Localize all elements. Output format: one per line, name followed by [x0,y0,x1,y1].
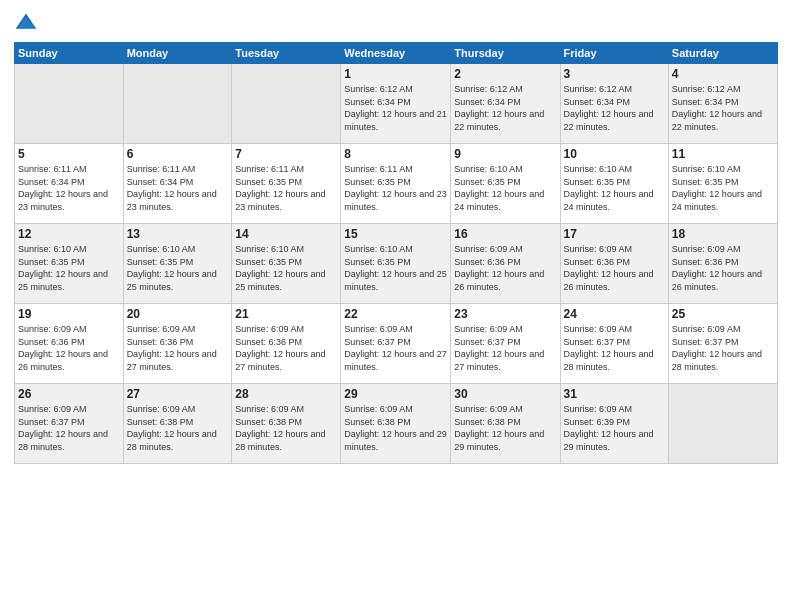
day-info: Sunrise: 6:12 AMSunset: 6:34 PMDaylight:… [672,83,774,133]
day-number: 24 [564,307,665,321]
calendar-cell: 28Sunrise: 6:09 AMSunset: 6:38 PMDayligh… [232,384,341,464]
day-number: 4 [672,67,774,81]
day-info: Sunrise: 6:09 AMSunset: 6:37 PMDaylight:… [18,403,120,453]
calendar-cell: 5Sunrise: 6:11 AMSunset: 6:34 PMDaylight… [15,144,124,224]
day-info: Sunrise: 6:09 AMSunset: 6:38 PMDaylight:… [344,403,447,453]
weekday-header: Monday [123,43,232,64]
logo [14,10,42,34]
weekday-header: Saturday [668,43,777,64]
day-info: Sunrise: 6:09 AMSunset: 6:37 PMDaylight:… [564,323,665,373]
calendar-cell: 21Sunrise: 6:09 AMSunset: 6:36 PMDayligh… [232,304,341,384]
day-number: 22 [344,307,447,321]
calendar-cell: 17Sunrise: 6:09 AMSunset: 6:36 PMDayligh… [560,224,668,304]
day-info: Sunrise: 6:12 AMSunset: 6:34 PMDaylight:… [454,83,556,133]
calendar-week-row: 5Sunrise: 6:11 AMSunset: 6:34 PMDaylight… [15,144,778,224]
day-number: 11 [672,147,774,161]
day-number: 6 [127,147,229,161]
calendar-cell: 1Sunrise: 6:12 AMSunset: 6:34 PMDaylight… [341,64,451,144]
day-info: Sunrise: 6:09 AMSunset: 6:36 PMDaylight:… [672,243,774,293]
calendar-cell: 12Sunrise: 6:10 AMSunset: 6:35 PMDayligh… [15,224,124,304]
day-number: 14 [235,227,337,241]
calendar-cell: 8Sunrise: 6:11 AMSunset: 6:35 PMDaylight… [341,144,451,224]
day-number: 23 [454,307,556,321]
calendar-cell: 20Sunrise: 6:09 AMSunset: 6:36 PMDayligh… [123,304,232,384]
day-number: 3 [564,67,665,81]
weekday-header: Sunday [15,43,124,64]
day-info: Sunrise: 6:10 AMSunset: 6:35 PMDaylight:… [454,163,556,213]
day-number: 7 [235,147,337,161]
calendar-cell: 14Sunrise: 6:10 AMSunset: 6:35 PMDayligh… [232,224,341,304]
day-info: Sunrise: 6:10 AMSunset: 6:35 PMDaylight:… [344,243,447,293]
calendar-cell: 22Sunrise: 6:09 AMSunset: 6:37 PMDayligh… [341,304,451,384]
day-number: 21 [235,307,337,321]
day-info: Sunrise: 6:11 AMSunset: 6:35 PMDaylight:… [235,163,337,213]
calendar-cell: 10Sunrise: 6:10 AMSunset: 6:35 PMDayligh… [560,144,668,224]
calendar-cell: 30Sunrise: 6:09 AMSunset: 6:38 PMDayligh… [451,384,560,464]
day-number: 16 [454,227,556,241]
day-info: Sunrise: 6:09 AMSunset: 6:36 PMDaylight:… [564,243,665,293]
day-info: Sunrise: 6:10 AMSunset: 6:35 PMDaylight:… [235,243,337,293]
day-number: 1 [344,67,447,81]
day-number: 5 [18,147,120,161]
day-info: Sunrise: 6:09 AMSunset: 6:38 PMDaylight:… [127,403,229,453]
day-number: 20 [127,307,229,321]
day-number: 18 [672,227,774,241]
calendar-cell [123,64,232,144]
calendar-cell: 23Sunrise: 6:09 AMSunset: 6:37 PMDayligh… [451,304,560,384]
weekday-header-row: SundayMondayTuesdayWednesdayThursdayFrid… [15,43,778,64]
logo-icon [14,10,38,34]
day-info: Sunrise: 6:10 AMSunset: 6:35 PMDaylight:… [672,163,774,213]
day-number: 27 [127,387,229,401]
day-number: 10 [564,147,665,161]
day-number: 12 [18,227,120,241]
day-number: 29 [344,387,447,401]
calendar-cell: 2Sunrise: 6:12 AMSunset: 6:34 PMDaylight… [451,64,560,144]
calendar-cell: 24Sunrise: 6:09 AMSunset: 6:37 PMDayligh… [560,304,668,384]
day-info: Sunrise: 6:09 AMSunset: 6:36 PMDaylight:… [454,243,556,293]
calendar-table: SundayMondayTuesdayWednesdayThursdayFrid… [14,42,778,464]
calendar-cell: 31Sunrise: 6:09 AMSunset: 6:39 PMDayligh… [560,384,668,464]
calendar-cell: 7Sunrise: 6:11 AMSunset: 6:35 PMDaylight… [232,144,341,224]
calendar-week-row: 1Sunrise: 6:12 AMSunset: 6:34 PMDaylight… [15,64,778,144]
day-number: 9 [454,147,556,161]
day-info: Sunrise: 6:09 AMSunset: 6:37 PMDaylight:… [454,323,556,373]
calendar-week-row: 19Sunrise: 6:09 AMSunset: 6:36 PMDayligh… [15,304,778,384]
day-info: Sunrise: 6:12 AMSunset: 6:34 PMDaylight:… [564,83,665,133]
calendar-cell: 27Sunrise: 6:09 AMSunset: 6:38 PMDayligh… [123,384,232,464]
calendar-cell: 18Sunrise: 6:09 AMSunset: 6:36 PMDayligh… [668,224,777,304]
weekday-header: Thursday [451,43,560,64]
day-number: 13 [127,227,229,241]
calendar-cell [15,64,124,144]
day-info: Sunrise: 6:09 AMSunset: 6:37 PMDaylight:… [344,323,447,373]
calendar-cell: 9Sunrise: 6:10 AMSunset: 6:35 PMDaylight… [451,144,560,224]
day-info: Sunrise: 6:09 AMSunset: 6:37 PMDaylight:… [672,323,774,373]
day-info: Sunrise: 6:10 AMSunset: 6:35 PMDaylight:… [564,163,665,213]
calendar-cell: 29Sunrise: 6:09 AMSunset: 6:38 PMDayligh… [341,384,451,464]
day-number: 17 [564,227,665,241]
day-number: 31 [564,387,665,401]
day-number: 8 [344,147,447,161]
weekday-header: Tuesday [232,43,341,64]
day-number: 28 [235,387,337,401]
day-info: Sunrise: 6:09 AMSunset: 6:36 PMDaylight:… [127,323,229,373]
calendar-cell [668,384,777,464]
day-info: Sunrise: 6:09 AMSunset: 6:36 PMDaylight:… [235,323,337,373]
day-info: Sunrise: 6:10 AMSunset: 6:35 PMDaylight:… [127,243,229,293]
day-number: 25 [672,307,774,321]
day-info: Sunrise: 6:09 AMSunset: 6:39 PMDaylight:… [564,403,665,453]
calendar-week-row: 12Sunrise: 6:10 AMSunset: 6:35 PMDayligh… [15,224,778,304]
day-info: Sunrise: 6:11 AMSunset: 6:34 PMDaylight:… [127,163,229,213]
calendar-page: SundayMondayTuesdayWednesdayThursdayFrid… [0,0,792,612]
day-number: 26 [18,387,120,401]
calendar-cell [232,64,341,144]
weekday-header: Wednesday [341,43,451,64]
calendar-cell: 26Sunrise: 6:09 AMSunset: 6:37 PMDayligh… [15,384,124,464]
day-number: 2 [454,67,556,81]
day-number: 15 [344,227,447,241]
calendar-cell: 15Sunrise: 6:10 AMSunset: 6:35 PMDayligh… [341,224,451,304]
calendar-cell: 25Sunrise: 6:09 AMSunset: 6:37 PMDayligh… [668,304,777,384]
calendar-cell: 13Sunrise: 6:10 AMSunset: 6:35 PMDayligh… [123,224,232,304]
day-info: Sunrise: 6:11 AMSunset: 6:34 PMDaylight:… [18,163,120,213]
day-info: Sunrise: 6:10 AMSunset: 6:35 PMDaylight:… [18,243,120,293]
calendar-cell: 6Sunrise: 6:11 AMSunset: 6:34 PMDaylight… [123,144,232,224]
